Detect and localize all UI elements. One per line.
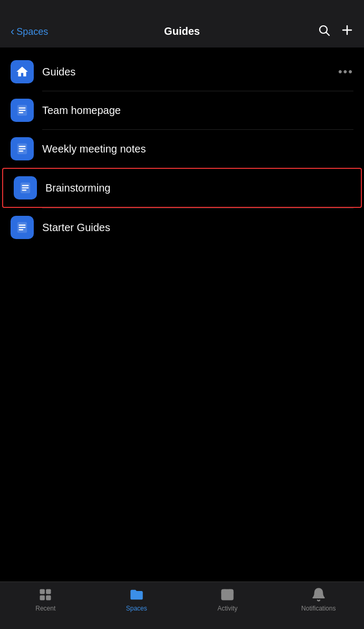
tab-recent[interactable]: Recent <box>0 587 91 612</box>
tab-notifications-label: Notifications <box>301 605 336 612</box>
item-label-starter-guides: Starter Guides <box>42 222 110 234</box>
svg-rect-24 <box>222 590 233 600</box>
item-label-brainstorming: Brainstorming <box>45 182 110 194</box>
item-label-weekly-meeting: Weekly meeting notes <box>42 143 146 155</box>
more-options-icon[interactable]: ••• <box>338 65 353 79</box>
tab-bar: Recent Spaces Activity <box>0 582 364 629</box>
spaces-icon <box>129 587 145 602</box>
chevron-left-icon: ‹ <box>11 26 14 37</box>
svg-line-1 <box>327 33 330 36</box>
svg-rect-23 <box>46 595 51 600</box>
tab-activity-label: Activity <box>217 605 237 612</box>
back-label: Spaces <box>16 26 48 37</box>
notifications-icon <box>311 587 327 602</box>
list-item-brainstorming[interactable]: Brainstorming <box>2 168 362 208</box>
list-item-guides[interactable]: Guides ••• <box>0 53 364 91</box>
back-button[interactable]: ‹ Spaces <box>11 26 48 37</box>
item-label-team-homepage: Team homepage <box>42 104 121 117</box>
list-item-weekly-meeting[interactable]: Weekly meeting notes <box>0 130 364 168</box>
tab-spaces-label: Spaces <box>126 605 147 612</box>
activity-icon <box>219 587 235 602</box>
doc-icon-bg-1 <box>11 99 34 122</box>
svg-rect-21 <box>46 589 51 594</box>
content-list: Guides ••• Team homepage Weekly meeting <box>0 47 364 252</box>
tab-activity[interactable]: Activity <box>182 587 273 612</box>
header-actions <box>318 24 353 40</box>
list-item-team-homepage[interactable]: Team homepage <box>0 91 364 129</box>
search-icon[interactable] <box>318 24 330 40</box>
svg-rect-20 <box>40 589 45 594</box>
list-item-starter-guides[interactable]: Starter Guides <box>0 208 364 246</box>
tab-recent-label: Recent <box>35 605 55 612</box>
home-icon-bg <box>11 60 34 83</box>
add-icon[interactable] <box>341 24 353 40</box>
item-label-guides: Guides <box>42 66 75 78</box>
tab-notifications[interactable]: Notifications <box>273 587 365 612</box>
doc-icon-bg-2 <box>11 137 34 160</box>
header: ‹ Spaces Guides <box>0 0 364 47</box>
tab-spaces[interactable]: Spaces <box>91 587 183 612</box>
doc-icon-bg-3 <box>14 176 37 199</box>
page-title: Guides <box>164 25 200 37</box>
doc-icon-bg-4 <box>11 216 34 239</box>
recent-icon <box>37 587 53 602</box>
svg-rect-22 <box>40 595 45 600</box>
